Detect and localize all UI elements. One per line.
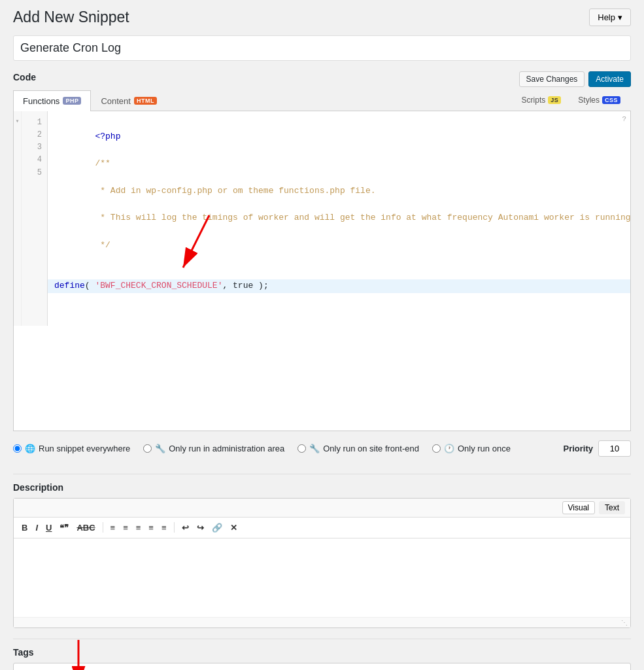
description-section: Description Visual Text B I U ❝❞ ABC ≡ ≡… <box>13 482 631 628</box>
tags-label: Tags <box>13 647 631 658</box>
toolbar-align-right[interactable]: ≡ <box>159 521 169 534</box>
priority-label: Priority <box>563 444 593 453</box>
description-editor[interactable]: Visual Text B I U ❝❞ ABC ≡ ≡ ≡ ≡ ≡ ↩ ↪ 🔗… <box>13 498 631 628</box>
priority-input[interactable] <box>598 440 631 457</box>
editor-content-area[interactable] <box>14 538 630 617</box>
toolbar-bold[interactable]: B <box>19 521 30 534</box>
run-option-frontend[interactable]: 🔧 Only run on site front-end <box>297 444 419 453</box>
toolbar-undo[interactable]: ↩ <box>179 521 192 534</box>
toolbar-redo[interactable]: ↪ <box>194 521 207 534</box>
line-numbers: 1 2 3 4 5 <box>22 111 48 326</box>
css-badge: CSS <box>602 96 620 104</box>
fold-column: ▾ <box>14 111 22 326</box>
toolbar-align-center[interactable]: ≡ <box>146 521 156 534</box>
code-empty-area[interactable] <box>14 326 630 431</box>
save-changes-button-top[interactable]: Save Changes <box>519 71 585 87</box>
chevron-down-icon: ▾ <box>618 12 622 22</box>
run-option-once[interactable]: 🕐 Only run once <box>432 444 511 453</box>
tab-content[interactable]: Content HTML <box>91 90 167 111</box>
toolbar-link[interactable]: 🔗 <box>209 521 225 534</box>
toolbar-sep-2 <box>174 522 175 533</box>
code-editor[interactable]: ? ▾ 1 2 3 4 5 <?php /** * <box>13 111 631 431</box>
code-tabs-left: Functions PHP Content HTML <box>13 90 167 111</box>
toolbar-italic[interactable]: I <box>33 521 41 534</box>
tab-scripts[interactable]: Scripts JS <box>515 92 568 108</box>
globe-icon: 🌐 <box>25 444 35 453</box>
help-button[interactable]: Help ▾ <box>589 9 631 26</box>
run-options: 🌐 Run snippet everywhere 🔧 Only run in a… <box>13 431 631 466</box>
editor-resize-handle: ⋱ <box>14 617 630 627</box>
wrench-icon-frontend: 🔧 <box>309 444 320 453</box>
code-tab-bar: Functions PHP Content HTML Scripts JS St… <box>13 90 631 111</box>
toolbar-align-left[interactable]: ≡ <box>133 521 144 534</box>
tags-section: Tags <box>13 647 631 670</box>
php-badge: PHP <box>63 97 81 105</box>
divider-1 <box>13 474 631 474</box>
priority-group: Priority <box>563 440 631 457</box>
code-section-label: Code <box>13 72 36 82</box>
tab-functions[interactable]: Functions PHP <box>13 90 91 111</box>
tags-input[interactable] <box>13 663 631 670</box>
wrench-icon-admin: 🔧 <box>155 444 165 453</box>
snippet-title-input[interactable] <box>13 35 631 61</box>
toolbar-ordered-list[interactable]: ≡ <box>120 521 131 534</box>
page-header: Add New Snippet Help ▾ <box>13 8 631 27</box>
editor-toolbar: B I U ❝❞ ABC ≡ ≡ ≡ ≡ ≡ ↩ ↪ 🔗 ✕ <box>14 518 630 538</box>
toolbar-underline[interactable]: U <box>43 521 54 534</box>
clock-icon: 🕐 <box>444 444 454 453</box>
code-actions: Save Changes Activate <box>519 71 631 87</box>
code-section-header: Code Save Changes Activate <box>13 71 631 87</box>
toolbar-strikethrough[interactable]: ABC <box>74 521 97 534</box>
tab-text[interactable]: Text <box>599 501 625 514</box>
code-tabs-right: Scripts JS Styles CSS <box>511 90 631 111</box>
run-option-admin[interactable]: 🔧 Only run in administration area <box>143 444 284 453</box>
code-content[interactable]: <?php /** * Add in wp-config.php or om t… <box>48 111 630 326</box>
tab-visual[interactable]: Visual <box>562 501 595 514</box>
help-question-icon[interactable]: ? <box>622 115 626 123</box>
tab-styles[interactable]: Styles CSS <box>571 92 627 108</box>
editor-tab-bar: Visual Text <box>14 499 630 518</box>
divider-2 <box>13 639 631 639</box>
fold-item-1[interactable]: ▾ <box>15 116 19 127</box>
page-title: Add New Snippet <box>13 8 129 27</box>
toolbar-fullscreen[interactable]: ✕ <box>228 521 240 534</box>
code-line-area: ▾ 1 2 3 4 5 <?php /** * Add in wp-config… <box>14 111 630 326</box>
toolbar-blockquote[interactable]: ❝❞ <box>57 521 71 534</box>
js-badge: JS <box>548 96 561 104</box>
toolbar-unordered-list[interactable]: ≡ <box>108 521 118 534</box>
run-option-everywhere[interactable]: 🌐 Run snippet everywhere <box>13 444 130 453</box>
activate-button-top[interactable]: Activate <box>588 71 631 87</box>
html-badge: HTML <box>134 97 157 105</box>
toolbar-sep-1 <box>103 522 103 533</box>
description-label: Description <box>13 482 631 493</box>
